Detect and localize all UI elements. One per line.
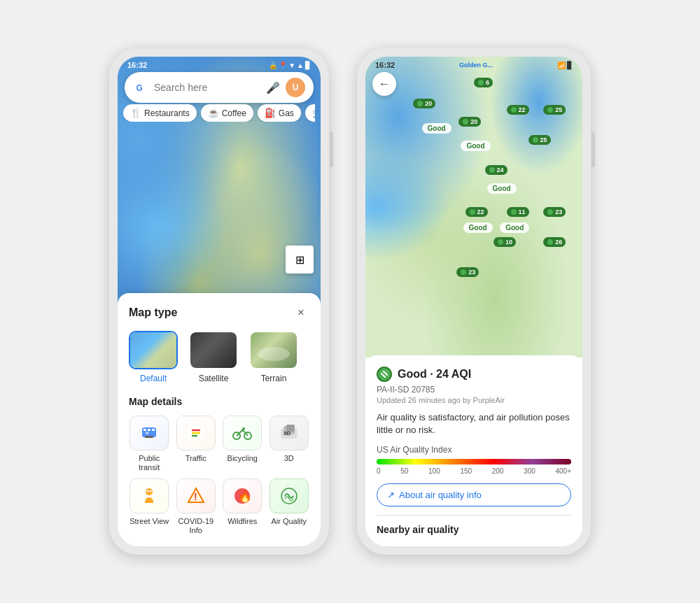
- status-bar-1: 16:32 🔒 📍 ▼ ▲ ▊: [118, 57, 321, 71]
- aqi-value: 24 AQI: [436, 368, 471, 380]
- map-type-satellite[interactable]: Satellite: [189, 331, 238, 383]
- user-avatar[interactable]: U: [286, 78, 305, 97]
- satellite-thumb: [189, 331, 238, 369]
- aqi-updated-time: Updated 26 minutes ago by PurpleAir: [377, 396, 571, 404]
- aqi-marker-6: 6: [474, 78, 493, 87]
- good-bubble-3: Good: [487, 183, 517, 194]
- aqi-scale: 0 50 100 150 200 300 400+: [377, 467, 571, 475]
- scale-300: 300: [524, 467, 536, 475]
- scale-200: 200: [492, 467, 504, 475]
- detail-bicycling[interactable]: Bicycling: [222, 416, 263, 472]
- back-button[interactable]: ←: [372, 72, 396, 96]
- wildfire-icon-box: 🔥: [223, 478, 262, 513]
- detail-air-quality[interactable]: Air Quality: [269, 478, 310, 535]
- map-type-sheet: Map type × Default: [118, 293, 321, 546]
- map-type-default[interactable]: Default: [129, 331, 178, 383]
- phone-2: 16:32 Golden G... 📶 ▊ 6 20 20 22 25 25 2…: [357, 48, 591, 555]
- wildfire-icon: 🔥: [230, 483, 255, 509]
- search-bar[interactable]: G Search here 🎤 U: [125, 72, 314, 103]
- airquality-icon-box: [270, 478, 309, 513]
- map-details-grid: M Public transit: [129, 416, 309, 535]
- airquality-icon: [276, 483, 302, 509]
- covid-icon-box: !: [176, 478, 216, 513]
- chip-restaurants[interactable]: 🍴 Restaurants: [123, 104, 197, 122]
- map-details-title: Map details: [129, 396, 309, 407]
- svg-rect-6: [145, 436, 153, 438]
- category-chips: 🍴 Restaurants ☕ Coffee ⛽ Gas 🛒 Grocer: [123, 104, 315, 122]
- scale-50: 50: [400, 467, 408, 475]
- link-text: About air quality info: [399, 490, 482, 500]
- svg-point-20: [147, 490, 149, 492]
- streetview-icon: [136, 483, 162, 509]
- time-2: 16:32: [375, 61, 395, 69]
- detail-public-transit[interactable]: M Public transit: [129, 416, 170, 472]
- status-icons-1: 🔒 📍 ▼ ▲ ▊: [269, 62, 311, 69]
- air-quality-info-link[interactable]: ↗ About air quality info: [377, 483, 571, 506]
- 3d-icon: 3D: [276, 420, 302, 446]
- aqi-marker-22a: 22: [507, 105, 529, 115]
- scale-0: 0: [377, 467, 381, 475]
- aqi-marker-20b: 20: [458, 117, 481, 127]
- svg-text:🔥: 🔥: [238, 490, 252, 503]
- covid-icon: !: [183, 483, 209, 509]
- map-type-options: Default Satellite Terrain: [129, 331, 309, 383]
- sheet-header: Map type ×: [129, 304, 309, 321]
- layer-button[interactable]: ⊞: [286, 246, 314, 274]
- chip-coffee-label: Coffee: [222, 108, 246, 118]
- aqi-marker-24: 24: [485, 165, 507, 175]
- detail-street-view[interactable]: Street View: [129, 478, 170, 535]
- coffee-icon: ☕: [208, 108, 219, 118]
- aqi-station-id: PA-II-SD 20785: [377, 385, 571, 395]
- restaurants-icon: 🍴: [130, 108, 141, 118]
- aqi-status-title: Good · 24 AQI: [398, 368, 471, 381]
- map-view-2[interactable]: 16:32 Golden G... 📶 ▊ 6 20 20 22 25 25 2…: [365, 57, 582, 357]
- chip-gas-label: Gas: [279, 108, 294, 118]
- mic-icon[interactable]: 🎤: [266, 81, 280, 94]
- chip-gas[interactable]: ⛽ Gas: [258, 104, 301, 122]
- svg-text:3D: 3D: [284, 430, 290, 437]
- svg-text:G: G: [136, 83, 143, 93]
- covid-label: COVID-19 Info: [178, 517, 214, 535]
- sheet-title: Map type: [129, 306, 177, 319]
- wifi-icon-2: 📶: [557, 62, 566, 69]
- aqi-status-dot: [377, 367, 392, 382]
- chip-grocery[interactable]: 🛒 Grocer: [305, 104, 315, 122]
- phone-2-screen: 16:32 Golden G... 📶 ▊ 6 20 20 22 25 25 2…: [365, 57, 582, 546]
- public-transit-icon-box: M: [130, 416, 169, 451]
- detail-wildfires[interactable]: 🔥 Wildfires: [222, 478, 263, 535]
- scale-400: 400+: [555, 467, 571, 475]
- chip-coffee[interactable]: ☕ Coffee: [201, 104, 253, 122]
- main-container: 16:32 🔒 📍 ▼ ▲ ▊ G: [0, 0, 700, 603]
- map-type-terrain[interactable]: Terrain: [249, 331, 298, 383]
- terrain-preview: [251, 332, 297, 368]
- phone-1: 16:32 🔒 📍 ▼ ▲ ▊ G: [109, 48, 329, 555]
- transit-icon: M: [136, 420, 162, 446]
- aqi-marker-10: 10: [493, 237, 516, 247]
- status-icons-2: 📶 ▊: [557, 62, 573, 69]
- bicycling-icon-box: [223, 416, 262, 451]
- traffic-icon-box: [176, 416, 216, 451]
- streetview-label: Street View: [130, 517, 169, 526]
- nearby-air-quality-label: Nearby air quality: [377, 515, 571, 535]
- good-bubble-1: Good: [422, 123, 451, 134]
- aqi-bar: [377, 459, 571, 464]
- phone-1-screen: 16:32 🔒 📍 ▼ ▲ ▊ G: [118, 57, 321, 546]
- detail-traffic[interactable]: Traffic: [176, 416, 217, 472]
- airquality-label: Air Quality: [271, 517, 307, 526]
- aqi-marker-25a: 25: [543, 105, 566, 115]
- back-icon: ←: [379, 78, 390, 90]
- aqi-description: Air quality is satisfactory, and air pol…: [377, 411, 571, 437]
- good-bubble-5: Good: [500, 222, 529, 233]
- status-bar-2: 16:32 Golden G... 📶 ▊: [365, 57, 582, 71]
- aqi-good-text: Good: [398, 368, 427, 380]
- close-icon: ×: [298, 306, 304, 319]
- google-logo: G: [133, 80, 148, 95]
- close-button[interactable]: ×: [293, 304, 309, 321]
- scale-100: 100: [428, 467, 440, 475]
- detail-3d[interactable]: 3D 3D: [269, 416, 310, 472]
- detail-covid[interactable]: ! COVID-19 Info: [176, 478, 217, 535]
- svg-point-19: [146, 488, 153, 495]
- time-1: 16:32: [127, 61, 147, 69]
- aqi-marker-22b: 22: [465, 207, 488, 217]
- svg-rect-5: [152, 429, 155, 431]
